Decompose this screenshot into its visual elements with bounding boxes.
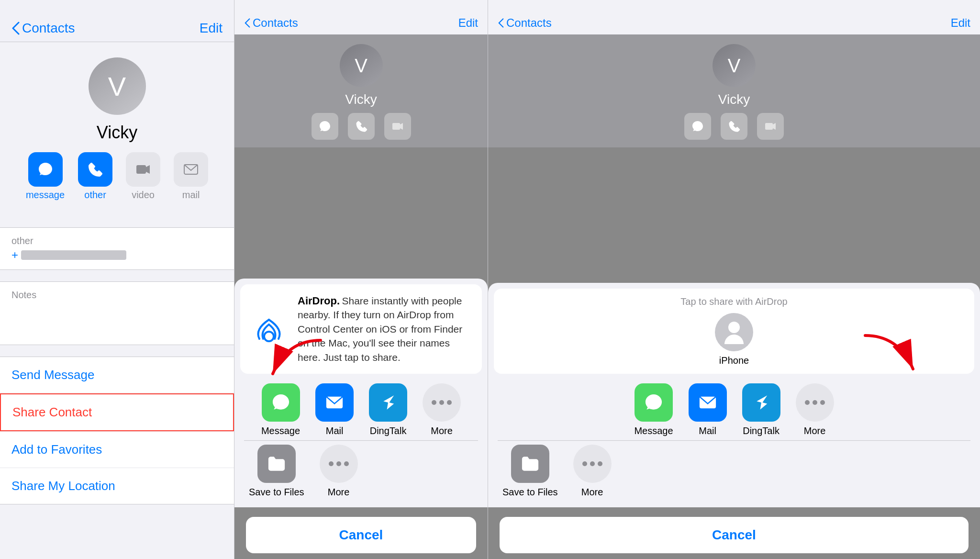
airdrop-device-item-3[interactable]: iPhone [715,313,753,366]
dot1-2 [432,400,436,405]
more-files-label-3: More [581,487,603,498]
cancel-label-3: Cancel [712,527,756,542]
other-action[interactable]: other [78,152,112,201]
share-files-row-3: Save to Files More [488,441,980,507]
svg-rect-3 [392,123,400,130]
share-sheet-2: AirDrop. Share instantly with people nea… [234,279,488,559]
fdot2-2 [336,461,341,466]
share-app-more-3[interactable]: More [796,383,834,436]
save-to-files-2[interactable]: Save to Files [249,445,304,498]
notes-label: Notes [11,290,223,301]
share-apps-row-3: Message Mail DingTalk [488,374,980,440]
share-app-label-mail-2: Mail [326,425,344,436]
message-action[interactable]: message [26,152,65,201]
mini-avatar-letter-2: V [355,55,368,77]
mail-action[interactable]: mail [174,152,208,201]
more-files-label-2: More [328,487,350,498]
nav-edit-label[interactable]: Edit [200,21,223,36]
more-files-2[interactable]: More [320,445,358,498]
red-arrow-2 [263,335,330,383]
svg-rect-0 [136,165,146,174]
mini-nav-back-2: Contacts [244,16,298,30]
mini-nav-back-3: Contacts [498,16,552,30]
share-app-dingtalk-3[interactable]: DingTalk [742,383,780,436]
send-message-item[interactable]: Send Message [0,357,234,393]
cancel-wrapper-2: Cancel [234,507,488,553]
share-app-message-3[interactable]: Message [634,383,673,436]
more-dots-files-3 [582,461,602,466]
share-app-icon-more-2 [423,383,461,422]
mini-video-btn-3 [757,113,784,140]
mini-contact-header-2: V Vicky [234,34,488,147]
svg-marker-4 [400,123,403,130]
share-app-mail-3[interactable]: Mail [689,383,727,436]
share-app-icon-dingtalk-3 [742,383,780,422]
notes-content [11,308,223,337]
nav-back-label: Contacts [22,21,75,36]
red-arrow-3 [851,331,923,379]
panel-airdrop-device: Contacts Edit V Vicky [488,0,980,559]
bg-contact-panel3: Contacts Edit V Vicky [488,0,980,147]
fdot2-3 [590,461,595,466]
dot2-2 [439,400,444,405]
mail-action-label: mail [182,190,200,201]
mini-nav-back-label-2: Contacts [253,16,298,30]
cancel-button-2[interactable]: Cancel [246,517,476,553]
video-action[interactable]: video [126,152,160,201]
mini-video-btn-2 [384,113,411,140]
phone-plus: + [11,248,18,262]
airdrop-tap-label-3: Tap to share with AirDrop [503,296,965,307]
more-files-3[interactable]: More [573,445,612,498]
more-files-icon-3 [573,445,612,483]
save-files-label-2: Save to Files [249,487,304,498]
mini-contact-name-3: Vicky [718,92,750,107]
share-app-icon-more-3 [796,383,834,422]
save-files-label-3: Save to Files [502,487,558,498]
cancel-button-3[interactable]: Cancel [500,517,969,553]
share-contact-item[interactable]: Share Contact [0,393,234,431]
folder-icon-3 [511,445,549,483]
fdot3-2 [344,461,349,466]
panel-airdrop-info: Contacts Edit V Vicky [234,0,488,559]
share-contact-label: Share Contact [12,405,92,419]
message-icon-bg [28,152,63,187]
bg-contact-panel2: Contacts Edit V Vicky [234,0,488,147]
mini-avatar-2: V [340,44,383,87]
mini-phone-btn-3 [721,113,747,140]
share-sheet-card-2: AirDrop. Share instantly with people nea… [234,279,488,507]
save-to-files-3[interactable]: Save to Files [502,445,558,498]
add-favorites-item[interactable]: Add to Favorites [0,432,234,468]
share-app-icon-dingtalk-2 [369,383,407,422]
cancel-wrapper-3: Cancel [488,507,980,553]
more-dots-3 [805,400,825,405]
share-app-label-message-2: Message [261,425,300,436]
share-app-icon-message-3 [635,383,673,422]
share-location-item[interactable]: Share My Location [0,468,234,504]
panel-contact-detail: Contacts Edit V Vicky message [0,0,234,559]
info-section: other + [0,227,234,270]
mini-nav-edit-3: Edit [951,16,970,30]
cancel-label-2: Cancel [339,527,383,542]
mini-msg-btn-3 [684,113,711,140]
share-app-more-2[interactable]: More [423,383,461,436]
menu-section: Send Message Share Contact Add to Favori… [0,357,234,504]
dot3-2 [447,400,452,405]
share-app-dingtalk-2[interactable]: DingTalk [369,383,407,436]
folder-icon-2 [257,445,296,483]
nav-back-button[interactable]: Contacts [11,21,75,36]
share-app-label-dingtalk-3: DingTalk [743,425,780,436]
svg-marker-1 [146,165,150,174]
share-app-label-dingtalk-2: DingTalk [370,425,407,436]
video-action-label: video [132,190,155,201]
mail-icon-bg [174,152,208,187]
share-app-icon-mail-2 [315,383,354,422]
airdrop-header-text-3: Tap to share with AirDrop [680,296,787,307]
device-icon-3 [715,313,753,351]
fdot3-3 [598,461,602,466]
share-app-message-2[interactable]: Message [261,383,300,436]
dot1-3 [805,400,810,405]
device-name-3: iPhone [719,355,749,366]
dot2-3 [813,400,817,405]
share-app-mail-2[interactable]: Mail [315,383,354,436]
svg-rect-8 [765,123,773,130]
